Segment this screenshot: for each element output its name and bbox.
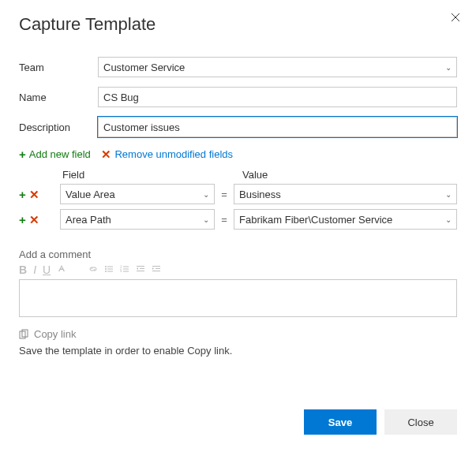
bullet-list-icon[interactable] bbox=[104, 263, 114, 276]
value-column-header: Value bbox=[242, 169, 457, 181]
field-value-value: Business bbox=[239, 189, 281, 200]
svg-point-0 bbox=[105, 266, 107, 267]
field-actions-row: + Add new field ✕ Remove unmodified fiel… bbox=[19, 148, 457, 161]
team-select[interactable]: Customer Service ⌄ bbox=[98, 57, 457, 77]
indent-icon[interactable] bbox=[152, 263, 161, 276]
svg-rect-17 bbox=[152, 271, 160, 271]
chevron-down-icon: ⌄ bbox=[203, 215, 209, 224]
svg-rect-1 bbox=[107, 267, 113, 267]
rich-text-toolbar: B I U 123 bbox=[19, 260, 457, 279]
team-row: Team Customer Service ⌄ bbox=[19, 57, 457, 77]
team-select-value: Customer Service bbox=[103, 62, 185, 73]
svg-rect-14 bbox=[137, 271, 144, 271]
field-name-value: Area Path bbox=[66, 214, 111, 226]
equals-label: = bbox=[219, 214, 229, 226]
font-color-icon[interactable] bbox=[57, 263, 66, 276]
copy-link-hint: Save the template in order to enable Cop… bbox=[19, 345, 457, 357]
equals-label: = bbox=[219, 189, 229, 200]
save-button[interactable]: Save bbox=[304, 409, 377, 435]
description-input[interactable] bbox=[98, 117, 457, 137]
field-value-value: Fabrikam Fiber\Customer Service bbox=[239, 214, 392, 226]
bold-icon[interactable]: B bbox=[19, 263, 27, 276]
svg-point-4 bbox=[105, 271, 107, 272]
italic-icon[interactable]: I bbox=[33, 263, 36, 276]
svg-text:3: 3 bbox=[120, 269, 122, 273]
chevron-down-icon: ⌄ bbox=[445, 63, 452, 72]
svg-rect-6 bbox=[123, 267, 129, 267]
copy-link-label: Copy link bbox=[34, 328, 76, 340]
dialog-title: Capture Template bbox=[19, 14, 457, 35]
field-value-select[interactable]: Fabrikam Fiber\Customer Service ⌄ bbox=[234, 209, 457, 230]
field-name-select[interactable]: Value Area ⌄ bbox=[60, 184, 215, 204]
remove-row-icon[interactable]: ✕ bbox=[29, 214, 39, 226]
field-name-value: Value Area bbox=[66, 189, 115, 200]
x-icon: ✕ bbox=[101, 148, 111, 160]
remove-unmodified-button[interactable]: ✕ Remove unmodified fields bbox=[101, 148, 233, 160]
chevron-down-icon: ⌄ bbox=[203, 190, 209, 199]
svg-rect-8 bbox=[123, 271, 129, 272]
link-icon[interactable] bbox=[88, 263, 98, 276]
team-label: Team bbox=[19, 62, 98, 73]
close-icon[interactable] bbox=[451, 11, 460, 25]
svg-rect-12 bbox=[137, 266, 144, 267]
underline-icon[interactable]: U bbox=[43, 263, 51, 276]
field-row: + ✕ Value Area ⌄ = Business ⌄ bbox=[19, 184, 457, 204]
field-headers: Field Value bbox=[62, 169, 457, 181]
close-button[interactable]: Close bbox=[384, 409, 457, 435]
remove-row-icon[interactable]: ✕ bbox=[29, 189, 39, 200]
svg-point-2 bbox=[105, 268, 107, 270]
plus-icon: + bbox=[19, 148, 26, 160]
chevron-down-icon: ⌄ bbox=[445, 190, 452, 199]
capture-template-dialog: Capture Template Team Customer Service ⌄… bbox=[0, 0, 476, 452]
add-field-button[interactable]: + Add new field bbox=[19, 148, 91, 160]
outdent-icon[interactable] bbox=[136, 263, 145, 276]
svg-rect-5 bbox=[107, 271, 113, 272]
comment-label: Add a comment bbox=[19, 248, 457, 260]
dialog-footer: Save Close bbox=[304, 409, 457, 435]
remove-unmodified-label: Remove unmodified fields bbox=[114, 148, 233, 160]
svg-rect-7 bbox=[123, 269, 129, 270]
description-label: Description bbox=[19, 121, 98, 133]
copy-link-button: Copy link bbox=[19, 328, 76, 340]
name-label: Name bbox=[19, 92, 98, 103]
add-field-label: Add new field bbox=[29, 148, 91, 160]
svg-rect-16 bbox=[156, 268, 160, 269]
chevron-down-icon: ⌄ bbox=[445, 215, 452, 224]
svg-rect-3 bbox=[107, 269, 113, 270]
svg-rect-15 bbox=[152, 266, 160, 267]
number-list-icon[interactable]: 123 bbox=[120, 263, 129, 276]
add-row-icon[interactable]: + bbox=[19, 214, 26, 226]
comment-textarea[interactable] bbox=[19, 279, 457, 317]
name-row: Name bbox=[19, 87, 457, 107]
copy-icon bbox=[19, 329, 29, 339]
field-row: + ✕ Area Path ⌄ = Fabrikam Fiber\Custome… bbox=[19, 209, 457, 230]
field-value-select[interactable]: Business ⌄ bbox=[234, 184, 457, 204]
field-column-header: Field bbox=[62, 169, 217, 181]
field-name-select[interactable]: Area Path ⌄ bbox=[60, 209, 215, 230]
description-row: Description bbox=[19, 117, 457, 137]
clear-format-icon[interactable] bbox=[73, 263, 82, 276]
svg-rect-13 bbox=[140, 268, 144, 269]
add-row-icon[interactable]: + bbox=[19, 189, 26, 200]
name-input[interactable] bbox=[98, 87, 457, 107]
